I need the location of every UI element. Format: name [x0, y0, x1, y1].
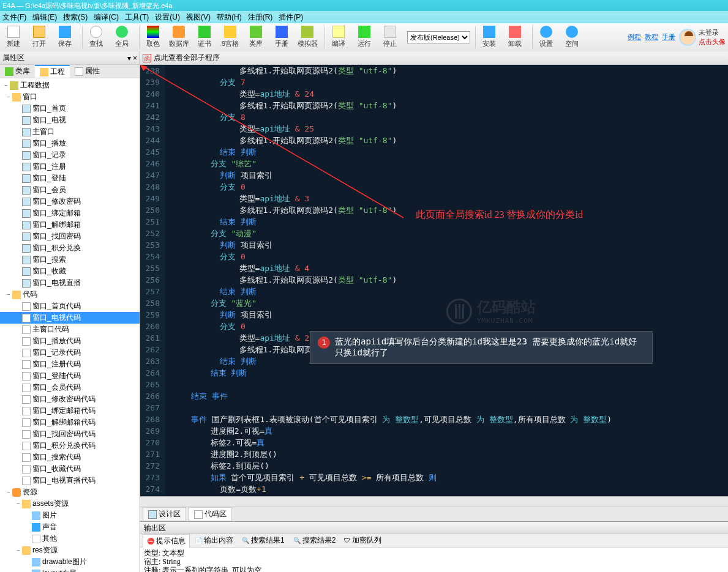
code-text[interactable]: 如果 首个可见项目索引 + 可见项目总数 >= 所有项目总数 则: [165, 472, 437, 483]
menu-item-1[interactable]: 编辑(E): [32, 12, 57, 23]
login-status[interactable]: 未登录点击头像: [699, 28, 726, 46]
toolbar-新建[interactable]: 新建: [2, 26, 24, 48]
toolbar-安装[interactable]: 安装: [478, 26, 500, 48]
tree-item-声音[interactable]: 声音: [0, 521, 140, 533]
toolbar-类库[interactable]: 类库: [245, 26, 267, 48]
tree-item-窗口_首页[interactable]: 窗口_首页: [0, 103, 140, 114]
tree-item-窗口_找回密码代码[interactable]: 窗口_找回密码代码: [0, 428, 140, 440]
code-text[interactable]: 类型=api地址 & 23: [165, 332, 314, 344]
tree-item-窗口_搜索[interactable]: 窗口_搜索: [0, 254, 140, 266]
code-line-239[interactable]: 239 分支 7: [140, 76, 728, 88]
toolbar-9宫格[interactable]: 9宫格: [219, 26, 241, 48]
code-line-257[interactable]: 257 结束 判断: [140, 286, 728, 297]
code-text[interactable]: 标签2.可视=真: [165, 437, 265, 448]
toolbar-编译[interactable]: 编译: [328, 26, 350, 48]
code-line-246[interactable]: 246 分支 "综艺": [140, 158, 728, 169]
toolbar-证书[interactable]: 证书: [193, 26, 216, 48]
menu-item-3[interactable]: 编译(C): [94, 12, 119, 23]
tree-item-窗口_绑定邮箱[interactable]: 窗口_绑定邮箱: [0, 207, 140, 219]
code-text[interactable]: 分支 0: [165, 181, 246, 193]
toolbar-全局[interactable]: 全局: [111, 26, 133, 48]
menu-item-6[interactable]: 视图(V): [186, 12, 211, 23]
tree-item-主窗口[interactable]: 主窗口: [0, 126, 140, 138]
tree-item-窗口_搜索代码[interactable]: 窗口_搜索代码: [0, 451, 140, 463]
tree-item-窗口_电视直播代码[interactable]: 窗口_电视直播代码: [0, 475, 140, 486]
code-line-248[interactable]: 248 分支 0: [140, 181, 728, 193]
tree-item-窗口_绑定邮箱代码[interactable]: 窗口_绑定邮箱代码: [0, 405, 140, 417]
code-text[interactable]: 分支 0: [165, 321, 246, 332]
left-tab-工程[interactable]: 工程: [35, 65, 70, 78]
tree-item-assets资源[interactable]: −assets资源: [0, 498, 140, 510]
code-text[interactable]: 判断 项目索引: [165, 169, 272, 181]
menu-item-9[interactable]: 插件(P): [279, 12, 303, 23]
code-line-271[interactable]: 271 进度圈2.到顶层(): [140, 448, 728, 460]
tab-design[interactable]: 设计区: [143, 507, 186, 521]
tree-item-资源[interactable]: −资源: [0, 486, 140, 498]
code-text[interactable]: 判断 项目索引: [165, 309, 272, 321]
code-text[interactable]: 进度圈2.可视=真: [165, 425, 272, 437]
code-line-244[interactable]: 244 多线程1.开始取网页源码2(类型 "utf-8"): [140, 135, 728, 146]
avatar[interactable]: [679, 29, 696, 46]
tree-item-窗口_修改密码[interactable]: 窗口_修改密码: [0, 196, 140, 207]
tree-item-窗口_积分兑换代码[interactable]: 窗口_积分兑换代码: [0, 440, 140, 451]
code-line-242[interactable]: 242 分支 8: [140, 111, 728, 123]
tree-item-窗口_电视代码[interactable]: 窗口_电视代码: [0, 312, 140, 324]
code-line-255[interactable]: 255 类型=api地址 & 4: [140, 262, 728, 274]
toolbar-卸载[interactable]: 卸载: [504, 26, 526, 48]
tree-item-图片[interactable]: 图片: [0, 510, 140, 521]
tree-toggle-icon[interactable]: −: [5, 291, 12, 298]
code-text[interactable]: 事件 国产剧列表框1.表项被滚动(首个可见项目索引 为 整数型,可见项目总数 为…: [165, 414, 612, 425]
code-line-247[interactable]: 247 判断 项目索引: [140, 169, 728, 181]
tree-item-工程数据[interactable]: −工程数据: [0, 80, 140, 91]
code-text[interactable]: 类型=api地址 & 25: [165, 123, 314, 135]
code-text[interactable]: [165, 402, 172, 414]
code-text[interactable]: 结束 事件: [165, 390, 228, 402]
code-text[interactable]: 结束 判断: [165, 355, 257, 367]
code-text[interactable]: 分支 8: [165, 111, 246, 123]
code-line-259[interactable]: 259 判断 项目索引: [140, 309, 728, 321]
code-line-238[interactable]: 238 多线程1.开始取网页源码2(类型 "utf-8"): [140, 65, 728, 76]
code-editor[interactable]: 238 多线程1.开始取网页源码2(类型 "utf-8")239 分支 7240…: [140, 65, 728, 496]
tree-item-窗口_电视[interactable]: 窗口_电视: [0, 114, 140, 126]
tree-item-窗口[interactable]: −窗口: [0, 91, 140, 103]
toolbar-停止[interactable]: 停止: [379, 26, 401, 48]
link-教程[interactable]: 教程: [645, 32, 658, 42]
project-tree[interactable]: −工程数据−窗口窗口_首页窗口_电视主窗口窗口_播放窗口_记录窗口_注册窗口_登…: [0, 78, 140, 572]
code-line-266[interactable]: 266 结束 事件: [140, 390, 728, 402]
menu-item-0[interactable]: 文件(F): [2, 12, 26, 23]
tree-item-layout布局[interactable]: layout布局: [0, 568, 140, 572]
code-text[interactable]: [165, 379, 172, 390]
menu-item-8[interactable]: 注册(R): [248, 12, 273, 23]
output-tab-3[interactable]: 🔍搜索结果2: [290, 534, 340, 547]
tree-item-窗口_播放[interactable]: 窗口_播放: [0, 138, 140, 149]
code-line-272[interactable]: 272 标签2.到顶层(): [140, 460, 728, 472]
code-text[interactable]: 类型=api地址 & 4: [165, 262, 309, 274]
tree-toggle-icon[interactable]: −: [15, 500, 22, 507]
tree-item-res资源[interactable]: −res资源: [0, 544, 140, 556]
tree-item-窗口_登陆[interactable]: 窗口_登陆: [0, 173, 140, 184]
link-例程[interactable]: 例程: [628, 32, 641, 42]
horizontal-scrollbar[interactable]: [140, 496, 728, 507]
toolbar-保存[interactable]: 保存: [54, 26, 76, 48]
menu-item-5[interactable]: 设置(U): [155, 12, 180, 23]
output-tab-4[interactable]: 🛡加密队列: [340, 534, 385, 547]
tree-item-drawable图片[interactable]: drawable图片: [0, 556, 140, 568]
tree-item-窗口_会员[interactable]: 窗口_会员: [0, 184, 140, 196]
code-text[interactable]: 类型=api地址 & 24: [165, 88, 314, 100]
toolbar-空间[interactable]: 空间: [561, 26, 583, 48]
toolbar-查找[interactable]: 查找: [85, 26, 107, 48]
tree-item-窗口_解绑邮箱代码[interactable]: 窗口_解绑邮箱代码: [0, 417, 140, 428]
code-text[interactable]: 类型=api地址 & 3: [165, 193, 309, 204]
tree-item-代码[interactable]: −代码: [0, 289, 140, 300]
code-text[interactable]: 分支 0: [165, 251, 246, 262]
toolbar-打开[interactable]: 打开: [28, 26, 50, 48]
code-text[interactable]: 结束 判断: [165, 146, 257, 158]
code-text[interactable]: 多线程1.开始取网页源码2(类型 "utf-8"): [165, 135, 397, 146]
code-text[interactable]: 分支 "综艺": [165, 158, 257, 169]
tree-item-窗口_收藏[interactable]: 窗口_收藏: [0, 266, 140, 277]
code-text[interactable]: 结束 判断: [165, 286, 257, 297]
toolbar-设置[interactable]: 设置: [535, 26, 557, 48]
code-text[interactable]: 多线程1.开始取网页源码2(类型 "utf-8"): [165, 204, 397, 216]
tree-toggle-icon[interactable]: −: [15, 547, 22, 554]
code-text[interactable]: 标签2.到顶层(): [165, 460, 269, 472]
